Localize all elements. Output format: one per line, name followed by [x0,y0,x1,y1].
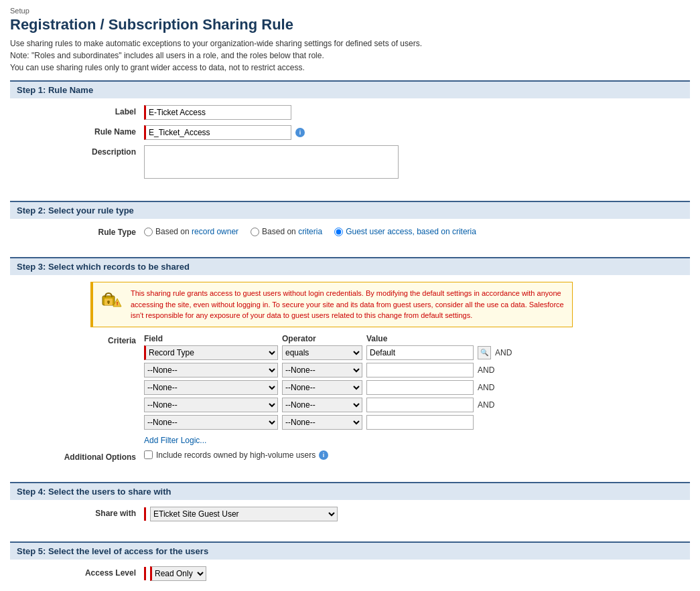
info-text-1: Use sharing rules to make automatic exce… [10,39,690,48]
step4-header: Step 4: Select the users to share with [10,482,690,500]
and-label-2: AND [478,365,501,375]
and-label-4: AND [478,400,501,410]
include-records-info-icon[interactable]: i [319,450,328,460]
label-input[interactable] [144,105,291,120]
field-select-3[interactable]: --None-- [144,380,278,395]
share-with-select[interactable]: ETicket Site Guest User [150,507,338,521]
value-input-2[interactable] [366,363,474,377]
svg-rect-3 [108,302,109,304]
field-select-4[interactable]: --None-- [144,398,278,412]
step3-header: Step 3: Select which records to be share… [10,257,690,275]
field-select-1[interactable]: Record Type --None-- [144,345,278,360]
include-records-checkbox[interactable] [144,450,153,459]
description-field-label: Description [10,145,144,157]
access-level-label: Access Level [10,566,144,578]
radio-criteria[interactable]: Based on criteria [251,227,322,236]
value-input-3[interactable] [366,380,474,395]
rule-type-label: Rule Type [10,226,144,237]
criteria-col-operator: Operator [282,334,362,343]
operator-select-4[interactable]: --None-- [282,398,362,412]
value-input-5[interactable] [366,415,474,430]
add-filter-logic-link[interactable]: Add Filter Logic... [144,436,206,445]
criteria-label: Criteria [10,334,144,345]
include-records-label: Include records owned by high-volume use… [156,450,316,460]
step5-header: Step 5: Select the level of access for t… [10,541,690,560]
svg-text:!: ! [117,301,119,307]
share-with-label: Share with [10,507,144,518]
access-level-select[interactable]: Read Only Read/Write [150,566,206,581]
setup-label: Setup [10,7,690,15]
and-label-3: AND [478,383,501,392]
additional-options-label: Additional Options [10,450,144,462]
radio-record-owner-label: Based on record owner [155,227,238,236]
criteria-col-value: Value [366,334,474,343]
radio-guest-user[interactable]: Guest user access, based on criteria [334,227,476,236]
operator-select-2[interactable]: --None-- [282,363,362,377]
info-text-3: You can use sharing rules only to grant … [10,63,690,72]
radio-criteria-label: Based on criteria [262,227,322,236]
warning-icon: ! [100,288,124,312]
criteria-row-4: --None-- --None-- AND [144,398,690,412]
step1-header: Step 1: Rule Name [10,80,690,98]
rulename-field-label: Rule Name [10,125,144,137]
criteria-col-field: Field [144,334,278,343]
operator-select-3[interactable]: --None-- [282,380,362,395]
radio-guest-user-label: Guest user access, based on criteria [346,227,476,236]
criteria-row-5: --None-- --None-- [144,415,690,430]
rulename-input[interactable] [144,125,291,140]
search-icon-btn-1[interactable]: 🔍 [478,346,491,359]
warning-text: This sharing rule grants access to guest… [131,288,565,321]
page-title: Registration / Subscription Sharing Rule [10,16,690,33]
field-select-2[interactable]: --None-- [144,363,278,377]
description-input[interactable] [144,145,399,179]
criteria-row-2: --None-- --None-- AND [144,363,690,377]
operator-select-5[interactable]: --None-- [282,415,362,430]
value-input-1[interactable] [366,345,474,360]
rulename-info-icon[interactable]: i [295,128,305,137]
field-select-5[interactable]: --None-- [144,415,278,430]
info-text-2: Note: "Roles and subordinates" includes … [10,51,690,60]
and-label-1: AND [495,348,518,357]
value-input-4[interactable] [366,398,474,412]
step2-header: Step 2: Select your rule type [10,201,690,219]
label-field-label: Label [10,105,144,116]
criteria-row-3: --None-- --None-- AND [144,380,690,395]
warning-box: ! This sharing rule grants access to gue… [90,282,573,327]
operator-select-1[interactable]: equals --None-- [282,345,362,360]
radio-record-owner[interactable]: Based on record owner [144,227,238,236]
criteria-row-1: Record Type --None-- equals --None-- 🔍 A… [144,345,690,360]
